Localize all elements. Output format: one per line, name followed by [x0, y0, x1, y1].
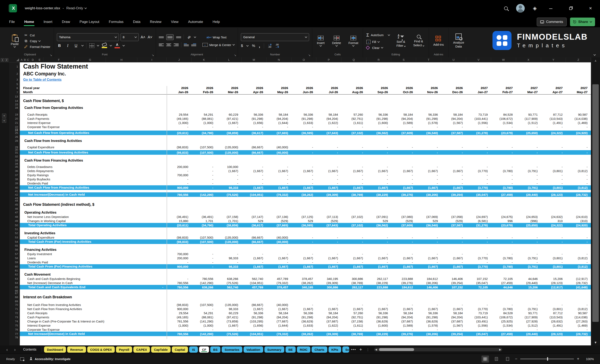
- cell-r73-c2[interactable]: (88,081): [192, 315, 217, 319]
- decrease-decimal-button[interactable]: .00→0: [275, 44, 279, 48]
- row-number-44[interactable]: 44: [9, 199, 20, 202]
- cell-r20-c12[interactable]: (94,204): [441, 117, 466, 120]
- cell-r6-c4[interactable]: 2026: [242, 86, 266, 90]
- cell-r77-c5[interactable]: (79,332): [266, 332, 291, 336]
- cell-r63-c8[interactable]: 300,886: [341, 277, 366, 281]
- cell-r54-c12[interactable]: -: [441, 240, 466, 244]
- financing-activities[interactable]: Financing Activities: [20, 247, 167, 252]
- cell-r40-c7[interactable]: (1,667): [316, 186, 341, 190]
- cell-r63-c17[interactable]: (12,917): [566, 277, 591, 281]
- cell-r65-c2[interactable]: 638,266: [192, 285, 217, 289]
- cell-r50-c17[interactable]: (24,920): [566, 224, 591, 227]
- cell-r58-c3[interactable]: 98,333: [216, 256, 242, 260]
- comma-format-button[interactable]: ,: [259, 43, 260, 49]
- cell-r29-c17[interactable]: -: [566, 146, 591, 149]
- cell-r74-c13[interactable]: (33,491): [466, 319, 491, 323]
- column-header-F[interactable]: F: [43, 57, 75, 62]
- cell-r29-c8[interactable]: -: [341, 146, 366, 149]
- cell-r40-c11[interactable]: (1,667): [416, 186, 441, 190]
- cell-r39-c9[interactable]: -: [366, 182, 391, 185]
- cell-r35-c11[interactable]: -: [416, 165, 441, 169]
- cell-r50-c3[interactable]: (38,859): [216, 224, 242, 227]
- orientation-button[interactable]: ab: [186, 34, 192, 40]
- cell-r57-c1[interactable]: 700,000: [167, 252, 192, 256]
- row-number-42[interactable]: 42: [9, 192, 20, 197]
- cell-r74-c12[interactable]: (37,687): [441, 319, 466, 323]
- sheet-tab-capex[interactable]: CAPEX: [133, 346, 150, 353]
- cell-r25-c5[interactable]: (37,665): [266, 131, 291, 135]
- cell-r58-c15[interactable]: (3,791): [516, 256, 541, 260]
- cell-r35-c14[interactable]: -: [491, 165, 516, 169]
- cell-r39-c11[interactable]: -: [416, 182, 441, 185]
- cell-r25-c13[interactable]: (31,278): [466, 131, 491, 135]
- fill-color-button[interactable]: [102, 43, 107, 48]
- cell-r7-c7[interactable]: Jul-26: [316, 90, 341, 94]
- cell-r40-c5[interactable]: (1,667): [266, 186, 291, 190]
- cell-r31-c15[interactable]: -: [516, 151, 541, 154]
- cell-r7-c1[interactable]: Jan-26: [167, 90, 192, 94]
- cell-r21-c14[interactable]: (1,534): [491, 121, 516, 125]
- cell-r64-c5[interactable]: (79,332): [266, 281, 291, 285]
- column-header-V[interactable]: V: [466, 57, 491, 62]
- total-cash-from-for-investing-activities[interactable]: Total Cash From (For) Investing Activiti…: [20, 239, 167, 244]
- menu-tab-formulas[interactable]: Formulas: [108, 18, 124, 26]
- net-cash-flow-from-financing-activities[interactable]: Net Cash Flow from Financing Activities: [20, 307, 167, 311]
- cell-r37-c10[interactable]: -: [391, 173, 416, 177]
- cell-r37-c17[interactable]: -: [566, 173, 591, 177]
- cell-r72-c12[interactable]: 58,184: [441, 311, 466, 315]
- cell-r37-c12[interactable]: -: [441, 173, 466, 177]
- row-number-48[interactable]: 48: [9, 215, 20, 219]
- cell-r29-c5[interactable]: (40,000): [266, 146, 291, 149]
- cell-r60-c7[interactable]: (1,667): [316, 265, 341, 268]
- close-button[interactable]: ×: [585, 5, 596, 11]
- row-number-72[interactable]: 72: [9, 311, 20, 315]
- cell-r72-c11[interactable]: 56,336: [416, 311, 441, 315]
- fiscal-year[interactable]: Fiscal year: [20, 86, 167, 90]
- column-header-I[interactable]: I: [137, 57, 167, 62]
- abc-company-inc[interactable]: ABC Company Inc.: [20, 71, 167, 77]
- sheet-tab-is[interactable]: IS: [189, 346, 198, 353]
- sheet-tab-summary[interactable]: Summary: [264, 346, 284, 353]
- cell-r71-c8[interactable]: (1,667): [341, 307, 366, 311]
- cell-r21-c13[interactable]: (1,556): [466, 121, 491, 125]
- cell-r58-c14[interactable]: (3,780): [491, 256, 516, 260]
- cell-r53-c3[interactable]: (135,000): [216, 236, 242, 239]
- analyze-data-button[interactable]: AnalyzeData: [451, 33, 466, 49]
- cell-r19-c2[interactable]: 54,291: [192, 113, 217, 116]
- cell-r31-c8[interactable]: -: [341, 151, 366, 154]
- cash-and-cash-equivalents-beginning[interactable]: Cash and Cash Equivalents Beginning: [20, 277, 167, 281]
- row-number-26[interactable]: 26: [9, 135, 20, 138]
- total-cash-and-cash-equivalents-end[interactable]: Total Cash and Cash Equivalents End-: [20, 285, 167, 289]
- cell-r76-c8[interactable]: -: [341, 328, 366, 331]
- cell-r42-c4[interactable]: (104,951): [242, 193, 266, 196]
- cell-r77-c14[interactable]: (27,459): [491, 332, 516, 336]
- cell-r25-c8[interactable]: (37,102): [341, 131, 366, 135]
- cell-r53-c1[interactable]: (98,833): [167, 236, 192, 239]
- cell-r48-c13[interactable]: (24,697): [466, 215, 491, 218]
- row-number-77[interactable]: 77: [9, 332, 20, 336]
- cell-r38-c8[interactable]: -: [341, 177, 366, 181]
- cell-r76-c16[interactable]: -: [541, 328, 566, 331]
- cell-r35-c9[interactable]: -: [366, 165, 391, 169]
- total-cash-from-for-financing-activities[interactable]: Total Cash From (For) Financing Activiti…: [20, 264, 167, 269]
- cell-r77-c13[interactable]: (35,047): [466, 332, 491, 336]
- vertical-scroll-thumb[interactable]: [592, 84, 599, 322]
- cell-r74-c15[interactable]: (27,928): [516, 319, 541, 323]
- row-number-49[interactable]: 49: [9, 219, 20, 223]
- cell-r76-c11[interactable]: -: [416, 328, 441, 331]
- cell-r20-c5[interactable]: (94,204): [266, 117, 291, 120]
- cell-r72-c13[interactable]: 73,719: [466, 311, 491, 315]
- cell-r54-c4[interactable]: (66,667): [242, 240, 266, 244]
- read-only-mode[interactable]: Read-Only: [66, 6, 86, 10]
- cell-r75-c10[interactable]: (1,589): [391, 324, 416, 327]
- cell-r77-c4[interactable]: (104,951): [242, 332, 266, 336]
- cell-r50-c15[interactable]: (25,650): [516, 224, 541, 227]
- cell-r36-c1[interactable]: -: [167, 169, 192, 173]
- cell-r20-c1[interactable]: (49,165): [167, 117, 192, 120]
- cell-r70-c15[interactable]: -: [516, 303, 541, 307]
- cell-r7-c13[interactable]: Jan-27: [466, 90, 491, 94]
- cell-r40-c1[interactable]: 900,000: [167, 186, 192, 190]
- cell-r73-c12[interactable]: (94,204): [441, 315, 466, 319]
- cell-r20-c11[interactable]: (91,298): [416, 117, 441, 120]
- cell-r71-c15[interactable]: (3,791): [516, 307, 541, 311]
